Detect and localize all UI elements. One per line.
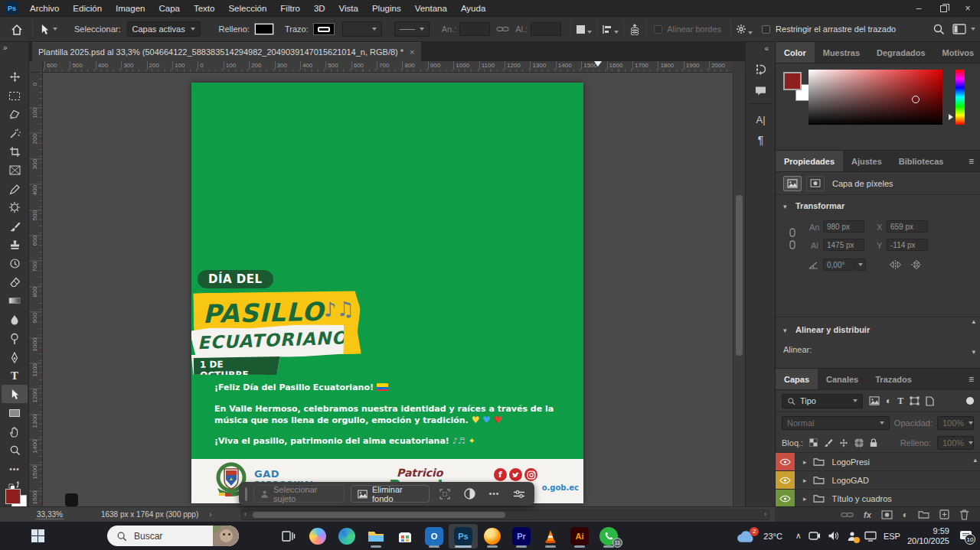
menu-item[interactable]: Plugins — [365, 0, 408, 17]
menu-item[interactable]: Capa — [152, 0, 187, 17]
filter-shape-layers-icon[interactable] — [910, 396, 920, 405]
panel-collapse-icon[interactable]: « — [764, 44, 769, 53]
tab-propiedades[interactable]: Propiedades — [776, 151, 843, 171]
layers-scroll-up[interactable]: ▴ — [973, 456, 977, 464]
filter-smart-objects-icon[interactable] — [926, 396, 934, 406]
foreground-swatch[interactable] — [783, 72, 802, 90]
pixel-layer-icon[interactable] — [783, 176, 802, 191]
document-tab[interactable]: Plantilla 2025.psd al 33,3% (504664122_5… — [32, 42, 421, 61]
toolbar-collapse-icon[interactable]: » — [3, 44, 8, 52]
tool-preset-caret[interactable] — [53, 28, 57, 31]
dodge-tool[interactable] — [2, 329, 28, 347]
brush-tool[interactable] — [2, 217, 28, 236]
select-subject-button[interactable]: Seleccionar sujeto — [253, 485, 345, 503]
illustrator-icon[interactable]: Ai — [565, 524, 594, 548]
character-panel-icon[interactable]: A| — [746, 109, 776, 129]
menu-item[interactable]: Archivo — [23, 0, 66, 17]
width-field[interactable] — [459, 22, 490, 36]
menu-item[interactable]: Filtro — [273, 0, 307, 17]
layer-row-logogad[interactable]: ▸ LogoGAD — [776, 471, 980, 490]
volume-icon[interactable] — [828, 531, 840, 541]
history-brush-tool[interactable] — [2, 254, 28, 272]
move-tool[interactable] — [2, 67, 28, 86]
tab-muestras[interactable]: Muestras — [815, 42, 868, 63]
new-adjustment-layer-icon[interactable]: ◐ — [903, 509, 908, 520]
canvas-area[interactable]: DÍA DEL PASILLO ♪♫ ECUATORIANO 1 DE OCTU… — [43, 73, 733, 506]
lock-transparency-icon[interactable] — [809, 438, 818, 447]
width-value-field[interactable]: 980 px — [823, 220, 864, 233]
pen-tool[interactable] — [2, 348, 28, 366]
remove-background-button[interactable]: Eliminar fondo — [351, 485, 430, 503]
vertical-scrollbar-thumb[interactable] — [736, 195, 743, 356]
lock-pixels-icon[interactable] — [824, 438, 833, 447]
rectangle-tool[interactable] — [2, 404, 28, 422]
more-options-icon[interactable]: ••• — [485, 486, 503, 503]
opacity-dropdown[interactable]: 100% — [937, 416, 974, 430]
stroke-swatch[interactable] — [313, 23, 335, 35]
fill-dropdown[interactable]: 100% — [937, 436, 974, 450]
group-expand-icon[interactable]: ▸ — [803, 458, 807, 466]
horizontal-scrollbar[interactable]: ‹ › — [241, 509, 769, 520]
outlook-icon[interactable]: O — [420, 524, 449, 548]
restringir-checkbox[interactable] — [762, 25, 770, 34]
menu-item[interactable]: Texto — [187, 0, 222, 17]
tab-capas[interactable]: Capas — [776, 369, 818, 389]
gear-icon[interactable] — [736, 24, 753, 34]
tab-motivos[interactable]: Motivos — [934, 42, 980, 63]
properties-panel-menu-icon[interactable]: ≡ — [962, 151, 980, 171]
flip-horizontal-icon[interactable] — [889, 259, 902, 270]
network-icon[interactable] — [864, 531, 877, 542]
link-dimensions-icon[interactable] — [496, 25, 509, 33]
premiere-icon[interactable]: Pr — [507, 524, 536, 548]
stroke-type-dropdown[interactable] — [394, 21, 430, 37]
lasso-tool[interactable] — [2, 105, 28, 123]
firefox-icon[interactable] — [478, 524, 507, 548]
layer-row-logopresi[interactable]: ▸ LogoPresi — [776, 453, 980, 471]
history-panel-icon[interactable] — [746, 59, 776, 79]
frame-tool[interactable] — [2, 161, 28, 179]
clock[interactable]: 9:59 20/10/2025 — [907, 526, 949, 546]
y-value-field[interactable]: -114 px — [887, 239, 928, 251]
taskbar-search[interactable]: Buscar — [107, 526, 239, 546]
properties-sliders-icon[interactable] — [510, 486, 528, 503]
ruler-origin[interactable] — [29, 61, 43, 73]
link-layers-icon[interactable] — [841, 511, 854, 519]
path-alignment-icon[interactable] — [602, 24, 619, 34]
group-expand-icon[interactable]: ▸ — [803, 495, 807, 503]
tab-degradados[interactable]: Degradados — [868, 42, 934, 63]
new-layer-icon[interactable] — [939, 509, 949, 519]
contextual-task-bar[interactable]: Seleccionar sujeto Eliminar fondo ••• — [239, 482, 534, 506]
align-collapse-icon[interactable]: ▾ — [783, 327, 787, 334]
vertical-scrollbar[interactable] — [733, 73, 745, 506]
mask-icon[interactable] — [806, 176, 825, 191]
horizontal-scrollbar-thumb[interactable] — [253, 512, 505, 518]
scroll-left-arrow[interactable]: ‹ — [244, 510, 247, 518]
layer-row-titulo[interactable]: ▸ Título y cuadros — [776, 490, 980, 508]
blur-tool[interactable] — [2, 311, 28, 329]
marquee-tool[interactable] — [2, 86, 28, 105]
document-canvas[interactable]: DÍA DEL PASILLO ♪♫ ECUATORIANO 1 DE OCTU… — [191, 83, 583, 503]
eyedropper-tool[interactable] — [2, 180, 28, 198]
type-tool[interactable]: T — [2, 366, 28, 385]
visibility-eye-icon[interactable] — [776, 471, 795, 489]
restore-button[interactable] — [931, 0, 956, 17]
whatsapp-icon[interactable]: 11 — [594, 524, 623, 548]
visibility-eye-icon[interactable] — [776, 490, 795, 507]
move-tool-preset-icon[interactable] — [41, 24, 49, 35]
angle-caret[interactable] — [854, 259, 866, 271]
close-button[interactable]: × — [956, 0, 980, 17]
transform-icon[interactable] — [436, 486, 454, 503]
menu-item[interactable]: Ayuda — [454, 0, 492, 17]
comments-panel-icon[interactable] — [746, 80, 776, 100]
foreground-color-swatch[interactable] — [5, 489, 21, 504]
vlc-icon[interactable] — [536, 524, 565, 548]
menu-item[interactable]: Selección — [221, 0, 273, 17]
hue-slider-marker[interactable] — [949, 114, 953, 120]
alinear-bordes-checkbox[interactable] — [654, 25, 662, 34]
blend-mode-dropdown[interactable]: Normal — [782, 416, 890, 430]
language-indicator[interactable]: ESP — [884, 532, 900, 541]
home-icon[interactable] — [11, 24, 23, 35]
notification-center-icon[interactable]: 10 — [959, 530, 972, 542]
angle-value-field[interactable]: 0,00° — [823, 259, 854, 271]
minimize-button[interactable]: – — [906, 0, 931, 17]
